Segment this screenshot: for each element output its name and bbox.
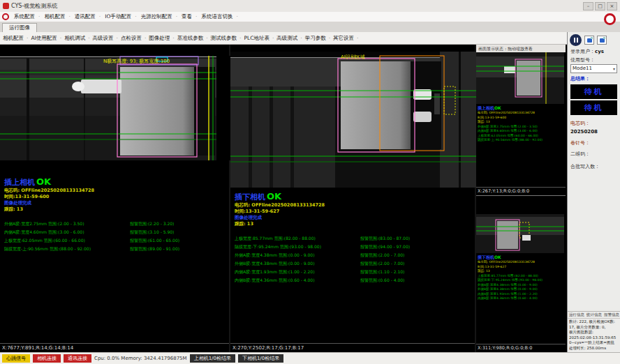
- statistics-lines: 数计: 222, 极片检测OK数: 17, 极片分类数量: 0, 极片图批数据:…: [568, 319, 620, 352]
- upper-camera-result-pill: 上相机1/0检结果: [190, 354, 235, 363]
- minimize-button[interactable]: –: [583, 2, 593, 10]
- tool-baseline[interactable]: 基准线参数: [177, 35, 211, 42]
- maximize-button[interactable]: □: [595, 2, 605, 10]
- upper-result-block: 插上相机OK 电芯码: OFFline20250208133134728 时间:…: [0, 177, 229, 253]
- upper-preview-block: 插上相机OK 电芯码: OFFline20250208133134728 时间:…: [476, 52, 566, 196]
- tool-other-settings[interactable]: 其它设置: [333, 35, 361, 42]
- lower-measurements: 上极宽度:85.77mm 范围:(82.00 - 88.00)报警范围:(83.…: [235, 234, 471, 285]
- tool-camera-debug[interactable]: 相机调试: [64, 35, 92, 42]
- upper-preview-text: 插上相机OK 电芯码: OFFline20250208133134728 时间:…: [476, 104, 566, 187]
- statistics-box: 运行信息 统计信息 报警信息 数计: 222, 极片检测OK数: 17, 极片分…: [568, 311, 620, 352]
- upper-result-title: 插上相机OK: [4, 177, 225, 188]
- lower-barcode-line: 电芯码: OFFline20250208133134728: [235, 202, 471, 208]
- upper-total-result: 待机: [570, 84, 617, 99]
- upper-preview-view[interactable]: [476, 52, 564, 104]
- measure-row: 外侧B胶:宽度4.38mm 范围:(0.00 - 9.00)报警范围:(2.00…: [235, 259, 471, 268]
- app-icon: [3, 3, 9, 9]
- lower-camera-view[interactable]: AI识别区域: [230, 52, 476, 188]
- preview-header: 画面显示状态：拖动缩放查看: [476, 45, 566, 52]
- model-select[interactable]: Mode11▾: [570, 64, 617, 73]
- measure-row: 内侧A胶:宽度4.60mm 范围:(3.00 - 6.00)报警范围:(3.10…: [4, 228, 225, 236]
- camera-connect-badge: 相机连接: [33, 354, 61, 363]
- batch-write-row: 合批写入数：: [568, 162, 620, 171]
- cell-image: [341, 61, 411, 149]
- window-controls: – □ ×: [583, 2, 617, 10]
- lower-camera-result-pill: 下相机1/0检结果: [238, 354, 283, 363]
- upper-measurements: 外侧A胶:宽度2.75mm 范围:(2.00 - 3.50)报警范围:(2.20…: [4, 220, 225, 253]
- menu-io-manual[interactable]: IO手动配置: [103, 13, 139, 20]
- upper-status-line: 图像处理完成: [4, 200, 225, 206]
- close-button[interactable]: ×: [607, 2, 617, 10]
- menu-light-control[interactable]: 光源控制配置: [139, 13, 179, 20]
- qr-code-row: 二维码：: [568, 150, 620, 158]
- bright-spot: [413, 112, 431, 122]
- lower-status-line: 图像处理完成: [235, 215, 471, 221]
- pause-button[interactable]: [570, 34, 582, 46]
- upper-camera-view[interactable]: N极耳高度: 93; 极耳宽度:100: [0, 56, 230, 160]
- tab-run-info[interactable]: 运行信息: [569, 312, 584, 317]
- measure-row: 外侧A胶:宽度2.75mm 范围:(2.00 - 3.50)报警范围:(2.20…: [4, 220, 225, 228]
- app-window: CYS-视觉检测系统 – □ × 系统配置 相机配置 通讯配置 IO手动配置 光…: [0, 0, 620, 364]
- total-result-label: 总结果：: [568, 75, 620, 83]
- tab-stats-info[interactable]: 统计信息: [586, 312, 602, 317]
- login-user-row: 登录用户：cys: [568, 47, 620, 56]
- upper-ok-badge: OK: [36, 176, 51, 187]
- tool-camera-config[interactable]: 相机配置: [3, 35, 31, 42]
- upper-barcode-line: 电芯码: OFFline20250208133134728: [4, 188, 225, 194]
- brand-emblem-icon: [604, 13, 616, 25]
- upper-pixel-coords: X:7677;Y:891;R:14;G:14;B:14: [0, 343, 229, 352]
- tool-spot-check[interactable]: 点检设置: [121, 35, 149, 42]
- menu-camera-config[interactable]: 相机配置: [42, 13, 72, 20]
- lower-time-line: 时间:13-31-59-627: [235, 208, 471, 215]
- ai-region-label: AI识别区域: [341, 54, 365, 60]
- tool-learn-params[interactable]: 学习参数: [305, 35, 333, 42]
- menu-system-config[interactable]: 系统配置: [12, 13, 42, 20]
- window-title: CYS-视觉检测系统: [11, 2, 57, 10]
- tab-run-image[interactable]: 运行图像: [2, 23, 37, 32]
- menu-view[interactable]: 查看: [179, 13, 199, 20]
- cell-code-label: 电芯码：: [568, 119, 620, 128]
- menu-comm-config[interactable]: 通讯配置: [73, 13, 103, 20]
- menubar: 系统配置 相机配置 通讯配置 IO手动配置 光源控制配置 查看 系统语言切换: [0, 12, 620, 22]
- measure-row: 内侧B胶:宽度4.36mm 范围:(0.60 - 4.00)报警范围:(0.60…: [235, 276, 471, 285]
- model-label: 使用型号：: [568, 56, 620, 64]
- tool-test-params[interactable]: 测试线参数: [211, 35, 244, 42]
- heartbeat-status-badge: 心跳信号: [2, 354, 30, 363]
- camera-panels: N极耳高度: 93; 极耳宽度:100 插上相机OK 电芯码: OFFline2…: [0, 45, 567, 352]
- lower-result-title: 插下相机OK: [235, 192, 471, 202]
- preview-column: 画面显示状态：拖动缩放查看 插: [476, 45, 566, 352]
- lower-track-line: 跟踪: 13: [235, 221, 471, 227]
- lower-preview-view[interactable]: [476, 214, 564, 253]
- statistics-tabs: 运行信息 统计信息 报警信息: [568, 312, 620, 319]
- lower-pixel-coords: X:270;Y:2502;R:17;G:17;B:17: [230, 343, 475, 352]
- tool-plc-table[interactable]: PLC地址表: [244, 35, 276, 42]
- tool-ai-config[interactable]: AI使用配置: [31, 35, 64, 42]
- camera-snapshot-icon[interactable]: [584, 36, 594, 45]
- lower-result-block: 插下相机OK 电芯码: OFFline20250208133134728 时间:…: [230, 192, 475, 285]
- lower-preview-coords: X:311;Y:980;R:0;G:0;B:0: [476, 344, 566, 352]
- cell-code-value: 20250208: [568, 128, 620, 136]
- tool-advanced[interactable]: 高级设置: [93, 35, 121, 42]
- tool-image-process[interactable]: 图像处理: [149, 35, 177, 42]
- lower-preview-block: 插下相机OK 电芯码: OFFline20250208133134728 时间:…: [476, 196, 566, 352]
- tab-alarm-info[interactable]: 报警信息: [604, 312, 619, 317]
- lower-preview-text: 插下相机OK 电芯码: OFFline20250208133134728 时间:…: [476, 253, 566, 344]
- image-view-icon[interactable]: [597, 36, 607, 45]
- chevron-down-icon: ▾: [613, 65, 615, 73]
- brand-logo-icon: [2, 13, 9, 20]
- toolbar: 相机配置 AI使用配置 相机调试 高级设置 点检设置 图像处理 基准线参数 测试…: [0, 32, 567, 45]
- tab-strip: 运行图像: [0, 22, 620, 32]
- upper-camera-panel: N极耳高度: 93; 极耳宽度:100 插上相机OK 电芯码: OFFline2…: [0, 45, 230, 352]
- upper-track-line: 跟踪: 13: [4, 206, 225, 213]
- lower-total-result: 待机: [570, 100, 617, 115]
- lower-camera-panel: AI识别区域 插下相机OK 电芯码: OFFline20250208133134…: [230, 45, 476, 352]
- needle-number-row: 卷针号：: [568, 139, 620, 147]
- comm-connect-badge: 通讯连接: [64, 354, 91, 363]
- login-user-value: cys: [595, 49, 604, 54]
- menu-language-switch[interactable]: 系统语言切换: [199, 13, 239, 20]
- measure-row: 隔膜宽度-上:90.56mm 范围:(88.00 - 92.00)报警范围:(8…: [4, 245, 225, 253]
- measure-row: 外侧A胶:宽度4.38mm 范围:(0.00 - 9.00)报警范围:(2.00…: [235, 251, 471, 259]
- tool-advanced-test[interactable]: 高级测试: [276, 35, 304, 42]
- upper-overlay-label: N极耳高度: 93; 极耳宽度:100: [103, 58, 170, 64]
- upper-time-line: 时间:13-31-59-600: [4, 194, 225, 200]
